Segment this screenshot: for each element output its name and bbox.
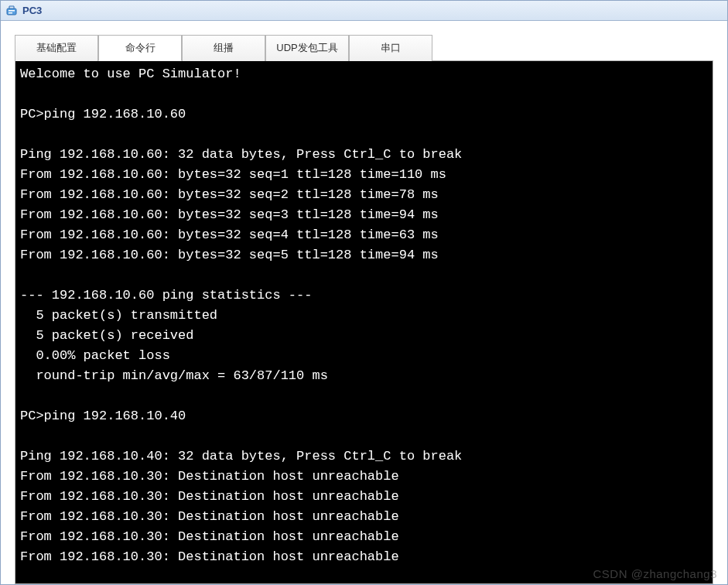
tab-command-line[interactable]: 命令行	[98, 35, 182, 61]
tab-serial[interactable]: 串口	[349, 35, 432, 61]
content-area: 基础配置 命令行 组播 UDP发包工具 串口 Welcome to use PC…	[1, 21, 727, 584]
titlebar[interactable]: PC3	[1, 1, 727, 21]
tab-bar: 基础配置 命令行 组播 UDP发包工具 串口	[15, 35, 713, 61]
tab-udp-tool[interactable]: UDP发包工具	[265, 35, 349, 61]
svg-rect-2	[9, 12, 12, 14]
window-title: PC3	[22, 5, 42, 16]
tab-multicast[interactable]: 组播	[182, 35, 265, 61]
svg-rect-1	[9, 10, 15, 12]
app-window: PC3 基础配置 命令行 组播 UDP发包工具 串口 Welcome to us…	[0, 0, 728, 585]
terminal-output[interactable]: Welcome to use PC Simulator! PC>ping 192…	[15, 60, 713, 584]
tab-basic-config[interactable]: 基础配置	[15, 35, 98, 61]
svg-rect-0	[7, 9, 16, 15]
watermark-text: CSDN @zhangchang3	[593, 567, 717, 580]
app-icon	[5, 5, 18, 17]
